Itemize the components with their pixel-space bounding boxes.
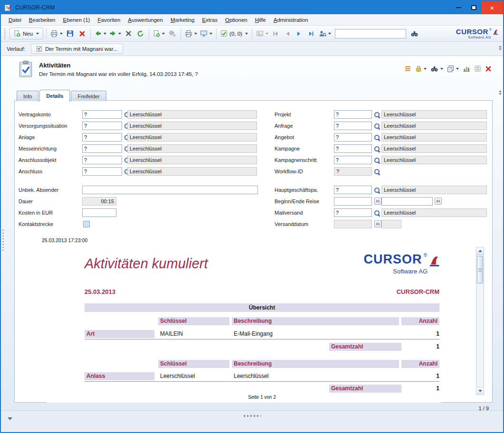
menu-ebenen[interactable]: Ebenen (1) <box>59 15 94 25</box>
chevron-down-icon <box>440 68 443 70</box>
tab-details[interactable]: Details <box>39 90 70 102</box>
left-splitter-grip[interactable] <box>2 230 4 252</box>
print-report-button[interactable] <box>184 28 198 39</box>
delete-button[interactable] <box>76 28 87 39</box>
cancel-record-button[interactable] <box>123 28 134 39</box>
splitter-handle[interactable] <box>244 415 261 417</box>
refresh-button[interactable] <box>135 28 146 39</box>
print-button[interactable] <box>49 28 64 39</box>
menu-optionen[interactable]: Optionen <box>221 15 251 25</box>
selection-counter-button[interactable]: (0, 0) <box>219 28 249 39</box>
scrollbar-thumb[interactable] <box>477 256 483 283</box>
lookup-search-icon[interactable] <box>374 112 380 118</box>
kontaktstrecke-checkbox[interactable] <box>83 221 90 227</box>
kosten-input[interactable] <box>82 208 116 217</box>
lookup-search-icon[interactable] <box>374 146 380 152</box>
angebot-display: Leerschlüssel <box>381 133 487 141</box>
save-button[interactable] <box>65 28 76 39</box>
chevron-down-icon <box>328 33 331 35</box>
person-search-icon <box>319 30 326 38</box>
vendor-logo-reg: ® <box>489 28 492 31</box>
preview-scrollbar[interactable] <box>476 247 484 395</box>
lookup-search-icon[interactable] <box>374 210 380 216</box>
lookup-search-icon[interactable] <box>374 169 380 175</box>
copy-record-button[interactable] <box>447 65 459 72</box>
calendar-icon[interactable]: 31 <box>374 198 381 205</box>
calendar-icon[interactable]: 31 <box>435 198 442 205</box>
menu-auswertungen[interactable]: Auswertungen <box>124 15 167 25</box>
menu-extras[interactable]: Extras <box>198 15 221 25</box>
report-logo-sub: Software AG <box>393 268 428 274</box>
menu-favoriten[interactable]: Favoriten <box>94 15 124 25</box>
history-entry[interactable]: Der Termin mit Magnani war... <box>31 44 123 54</box>
scroll-down-button[interactable] <box>476 387 484 395</box>
image-button[interactable] <box>255 28 269 39</box>
sync-button[interactable] <box>474 65 481 72</box>
chevron-down-icon <box>424 68 427 70</box>
field-label: Mailversand <box>275 210 303 216</box>
minimize-button[interactable] <box>451 1 466 14</box>
menu-marketing[interactable]: Marketing <box>167 15 199 25</box>
back-button[interactable] <box>94 28 107 39</box>
workflow-button[interactable] <box>167 28 178 39</box>
lookup-search-icon[interactable] <box>374 134 380 141</box>
lookup-search-icon[interactable] <box>374 123 380 130</box>
nav-next-button[interactable] <box>294 28 305 39</box>
reise-beginn-input[interactable] <box>334 197 372 206</box>
nav-previous-button[interactable] <box>282 28 293 39</box>
group-key: MAILEIN <box>160 330 183 338</box>
new-record-button[interactable] <box>152 28 166 39</box>
transfer-button[interactable] <box>199 28 213 39</box>
projekt-input[interactable] <box>334 110 372 119</box>
find-button[interactable] <box>409 28 420 39</box>
right-collapse-handle[interactable] <box>499 90 502 95</box>
forward-button[interactable] <box>108 28 122 39</box>
report-divider <box>85 339 439 339</box>
reise-ende-input[interactable] <box>381 197 433 206</box>
report-logo-brand: CURSOR <box>364 253 422 266</box>
lookup-search-icon[interactable] <box>374 187 380 194</box>
kampagnenschritt-input[interactable] <box>334 156 372 164</box>
anfrage-input[interactable] <box>334 122 372 130</box>
nav-last-button[interactable] <box>306 28 317 39</box>
search-record-button[interactable] <box>430 65 443 72</box>
mailversand-input[interactable] <box>334 208 372 217</box>
lock-button[interactable] <box>415 65 427 72</box>
group-description: E-Mail-Eingang <box>234 330 273 338</box>
menu-bearbeiten[interactable]: Bearbeiten <box>25 15 59 25</box>
person-search-button[interactable] <box>318 28 332 39</box>
projekt-display: Leerschlüssel <box>381 110 487 119</box>
quick-search-input[interactable] <box>335 29 406 38</box>
column-header-beschreibung: Beschreibung <box>232 360 399 368</box>
field-label: Anfrage <box>275 123 293 129</box>
close-x-icon <box>485 66 492 72</box>
toolbar-grip[interactable] <box>4 28 6 39</box>
new-button[interactable]: Neu <box>10 28 43 39</box>
window-title: CURSOR-CRM <box>15 4 55 11</box>
collapse-chevron-icon[interactable] <box>8 417 12 420</box>
copy-icon <box>447 65 454 72</box>
hauptgeschaeftspartner-input[interactable] <box>334 186 372 194</box>
tab-info[interactable]: Info <box>17 91 38 101</box>
menu-administration[interactable]: Administration <box>270 15 312 25</box>
right-collapse-handle[interactable] <box>499 46 502 50</box>
nav-first-button[interactable] <box>270 28 281 39</box>
lookup-search-icon[interactable] <box>374 157 380 164</box>
chart-button[interactable] <box>463 65 470 72</box>
unbek-absender-input[interactable] <box>82 186 258 194</box>
menu-hilfe[interactable]: Hilfe <box>251 15 270 25</box>
menu-datei[interactable]: Datei <box>5 15 25 25</box>
first-record-icon <box>272 30 279 37</box>
versandzeit-display <box>381 220 401 228</box>
scroll-up-button[interactable] <box>476 247 484 255</box>
tab-freifelder[interactable]: Freifelder <box>71 91 106 101</box>
close-record-button[interactable] <box>485 66 492 72</box>
calendar-icon[interactable]: 31 <box>374 220 381 227</box>
maximize-button[interactable] <box>466 1 481 14</box>
kampagne-input[interactable] <box>334 144 372 153</box>
angebot-input[interactable] <box>334 133 372 141</box>
close-button[interactable]: × <box>481 1 503 14</box>
list-menu-button[interactable] <box>404 66 411 72</box>
form-row-projekt: Projekt Leerschlüssel <box>15 110 492 120</box>
details-panel: Vertragskonto Leerschlüssel Versorgungss… <box>14 100 493 403</box>
